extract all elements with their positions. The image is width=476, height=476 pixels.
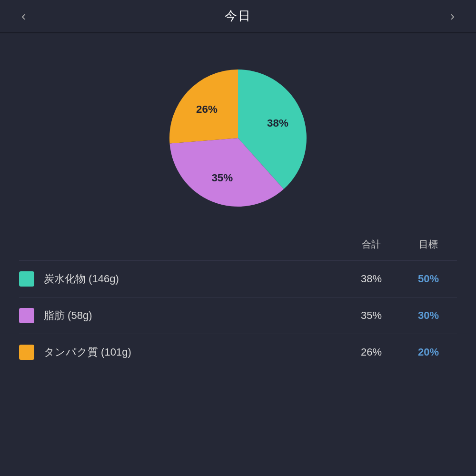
legend-row: 脂肪 (58g) 35% 30% [19, 297, 457, 334]
svg-text:35%: 35% [211, 172, 233, 184]
legend-goal-2: 20% [400, 346, 457, 358]
legend-color-2 [19, 345, 34, 360]
legend-header: 合計 目標 [19, 233, 457, 258]
legend-section: 合計 目標 炭水化物 (146g) 38% 50% 脂肪 (58g) 35% 3… [0, 233, 476, 370]
legend-goal-0: 50% [400, 273, 457, 285]
legend-row: 炭水化物 (146g) 38% 50% [19, 260, 457, 297]
legend-goal-1: 30% [400, 309, 457, 322]
svg-text:38%: 38% [267, 117, 288, 129]
legend-rows: 炭水化物 (146g) 38% 50% 脂肪 (58g) 35% 30% タンパ… [19, 260, 457, 370]
page-title: 今日 [225, 8, 251, 24]
svg-text:26%: 26% [196, 103, 218, 115]
legend-total-1: 35% [343, 309, 400, 322]
legend-total-0: 38% [343, 273, 400, 285]
legend-row: タンパク質 (101g) 26% 20% [19, 334, 457, 370]
legend-name-1: 脂肪 (58g) [44, 308, 343, 323]
chart-area: 38%35%26% [0, 33, 476, 233]
header: ‹ 今日 › [0, 0, 476, 33]
legend-color-1 [19, 308, 34, 323]
legend-name-2: タンパク質 (101g) [44, 345, 343, 359]
next-button[interactable]: › [443, 4, 462, 29]
prev-button[interactable]: ‹ [14, 4, 33, 29]
pie-chart: 38%35%26% [162, 62, 314, 214]
legend-name-0: 炭水化物 (146g) [44, 272, 343, 286]
legend-total-2: 26% [343, 346, 400, 358]
col-header-goal: 目標 [400, 238, 457, 251]
col-header-total: 合計 [343, 238, 400, 251]
legend-color-0 [19, 271, 34, 287]
